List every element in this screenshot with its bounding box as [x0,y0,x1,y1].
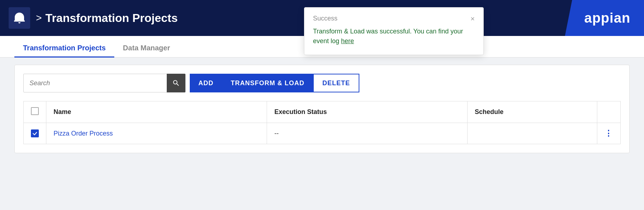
select-all-header[interactable] [24,101,46,123]
row-name-cell[interactable]: Pizza Order Process [46,123,267,144]
row-checkbox-checked[interactable] [31,129,39,137]
success-notification: Success × Transform & Load was successfu… [304,7,484,55]
row-checkbox-cell[interactable] [24,123,46,144]
toolbar: ADD TRANSFORM & LOAD DELETE [23,74,621,92]
search-icon [172,79,180,87]
notification-header: Success × [313,15,475,22]
app-icon [9,7,30,29]
search-button[interactable] [167,74,185,92]
breadcrumb-chevron: > [36,12,42,24]
table-row: Pizza Order Process -- ⋮ [24,123,621,144]
page-title-text: Transformation Projects [45,12,178,25]
column-execution-status: Execution Status [267,101,468,123]
table-header: Name Execution Status Schedule [24,101,621,123]
select-all-checkbox[interactable] [31,107,39,115]
row-actions-button[interactable]: ⋮ [604,129,613,138]
transform-load-button[interactable]: TRANSFORM & LOAD [222,74,313,92]
appian-logo: appian [565,0,644,36]
notification-title: Success [313,15,337,22]
add-button[interactable]: ADD [190,74,222,92]
table-body: Pizza Order Process -- ⋮ [24,123,621,144]
delete-button[interactable]: DELETE [313,74,359,92]
column-actions [597,101,621,123]
page-title: > Transformation Projects [36,12,178,25]
notification-close-button[interactable]: × [470,15,475,22]
checkmark-icon [32,131,37,136]
row-actions-cell[interactable]: ⋮ [597,123,621,144]
notification-message: Transform & Load was successful. You can… [313,28,463,45]
app-header: > Transformation Projects appian Success… [0,0,644,36]
appian-logo-text: appian [579,10,630,26]
tab-transformation-projects[interactable]: Transformation Projects [14,40,114,58]
data-table: Name Execution Status Schedule Pizza Ord… [23,101,621,144]
bell-icon [13,12,26,24]
row-execution-status-cell: -- [267,123,468,144]
notification-body: Transform & Load was successful. You can… [313,27,475,46]
main-content: ADD TRANSFORM & LOAD DELETE Name Executi… [14,65,630,153]
column-name: Name [46,101,267,123]
search-input[interactable] [23,74,167,92]
notification-link[interactable]: here [341,37,354,45]
row-schedule-cell [468,123,597,144]
column-schedule: Schedule [468,101,597,123]
tab-data-manager[interactable]: Data Manager [114,40,179,58]
